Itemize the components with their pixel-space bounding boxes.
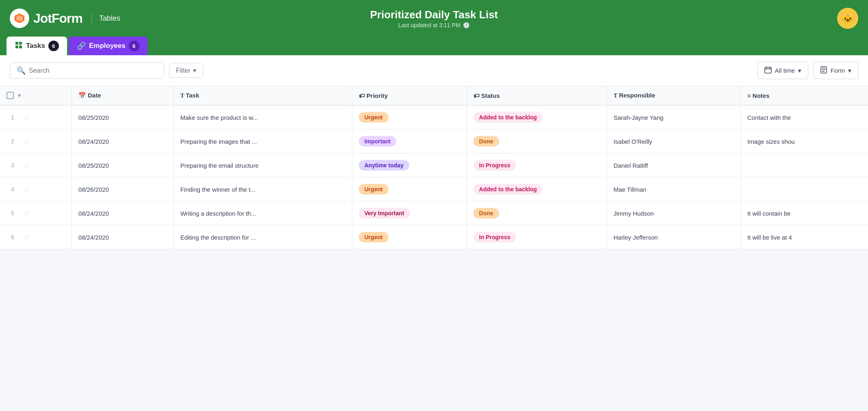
svg-rect-4: [19, 45, 22, 48]
cell-responsible-2[interactable]: Daniel Ratliff: [607, 154, 740, 177]
responsible-col-icon: T: [614, 92, 619, 99]
table-row: 2 ☆ 08/24/2020 Preparing the images that…: [0, 130, 868, 154]
status-badge-0: Added to the backlog: [473, 112, 542, 123]
alltime-chevron: ▾: [798, 67, 801, 74]
cell-task-0[interactable]: Make sure the product is w...: [174, 105, 352, 130]
jotform-logo-icon: [10, 9, 29, 28]
header-checkbox[interactable]: [7, 92, 14, 99]
cell-date-3[interactable]: 08/26/2020: [72, 177, 174, 201]
cell-priority-0[interactable]: Urgent: [352, 105, 467, 130]
th-checkbox: ▾: [0, 86, 72, 105]
filter-button[interactable]: Filter ▾: [169, 63, 203, 78]
page-title: Prioritized Daily Task List: [370, 9, 498, 21]
cell-date-0[interactable]: 08/25/2020: [72, 105, 174, 130]
cell-status-0[interactable]: Added to the backlog: [467, 105, 607, 130]
cell-notes-1[interactable]: Image sizes shou: [740, 130, 868, 154]
status-badge-2: In Progress: [473, 160, 516, 171]
th-priority: 🏷 Priority: [352, 86, 467, 105]
cell-task-5[interactable]: Editing the description for ...: [174, 225, 352, 249]
cell-status-4[interactable]: Done: [467, 201, 607, 225]
tab-employees-icon: 🔗: [77, 41, 86, 50]
search-icon: 🔍: [17, 66, 26, 75]
alltime-label: All time: [775, 67, 795, 74]
cell-checkbox-4: 5 ☆: [0, 201, 72, 225]
cell-date-2[interactable]: 08/25/2020: [72, 154, 174, 177]
star-icon-0[interactable]: ☆: [24, 113, 30, 122]
cell-notes-4[interactable]: It will contain be: [740, 201, 868, 225]
cell-date-5[interactable]: 08/24/2020: [72, 225, 174, 249]
cell-notes-0[interactable]: Contact with the: [740, 105, 868, 130]
cell-responsible-5[interactable]: Harley Jefferson: [607, 225, 740, 249]
star-icon-1[interactable]: ☆: [24, 137, 30, 146]
tab-tasks-icon: [15, 41, 23, 51]
priority-badge-2: Anytime today: [359, 160, 409, 171]
cell-date-1[interactable]: 08/24/2020: [72, 130, 174, 154]
svg-rect-1: [15, 42, 18, 45]
th-task: T Task: [174, 86, 352, 105]
header-center: Prioritized Daily Task List Last updated…: [370, 9, 498, 28]
cell-priority-5[interactable]: Urgent: [352, 225, 467, 249]
status-col-label: Status: [481, 92, 500, 99]
form-dropdown[interactable]: Form ▾: [813, 62, 858, 79]
cell-notes-5[interactable]: It will be live at 4: [740, 225, 868, 249]
responsible-col-label: Responsible: [619, 92, 655, 99]
tab-employees[interactable]: 🔗 Employees 6: [69, 37, 148, 55]
cell-task-2[interactable]: Preparing the email structure: [174, 154, 352, 177]
star-icon-2[interactable]: ☆: [24, 161, 30, 170]
header-chevron[interactable]: ▾: [18, 92, 21, 99]
cell-task-4[interactable]: Writing a description for th...: [174, 201, 352, 225]
tab-tasks-label: Tasks: [26, 42, 45, 50]
cell-status-1[interactable]: Done: [467, 130, 607, 154]
date-col-icon: 📅: [78, 92, 88, 99]
status-badge-4: Done: [473, 208, 499, 218]
priority-badge-3: Urgent: [359, 184, 388, 195]
cell-task-1[interactable]: Preparing the images that ...: [174, 130, 352, 154]
priority-col-icon: 🏷: [359, 92, 367, 99]
cell-status-2[interactable]: In Progress: [467, 154, 607, 177]
tab-tasks[interactable]: Tasks 6: [7, 37, 67, 55]
star-icon-4[interactable]: ☆: [24, 209, 30, 218]
tab-employees-badge: 6: [129, 41, 139, 51]
row-number-4: 5: [7, 210, 19, 216]
date-col-label: Date: [88, 92, 101, 99]
cell-responsible-1[interactable]: Isabel O'Reilly: [607, 130, 740, 154]
cell-task-3[interactable]: Finding the winner of the t...: [174, 177, 352, 201]
cell-priority-3[interactable]: Urgent: [352, 177, 467, 201]
search-box[interactable]: 🔍: [10, 63, 164, 79]
cell-responsible-3[interactable]: Mae Tillman: [607, 177, 740, 201]
alltime-dropdown[interactable]: All time ▾: [757, 62, 808, 79]
svg-rect-3: [15, 45, 18, 48]
tab-tasks-badge: 6: [48, 41, 59, 51]
logo-text: JotForm: [33, 11, 82, 26]
subtitle-text: Last updated at 3:11 PM: [398, 22, 460, 28]
cell-status-3[interactable]: Added to the backlog: [467, 177, 607, 201]
avatar[interactable]: 🐱: [837, 8, 858, 29]
cell-priority-4[interactable]: Very Important: [352, 201, 467, 225]
priority-badge-5: Urgent: [359, 232, 388, 242]
status-badge-3: Added to the backlog: [473, 184, 542, 195]
cell-date-4[interactable]: 08/24/2020: [72, 201, 174, 225]
cell-notes-2[interactable]: [740, 154, 868, 177]
cell-notes-3[interactable]: [740, 177, 868, 201]
cell-priority-2[interactable]: Anytime today: [352, 154, 467, 177]
cell-responsible-4[interactable]: Jimmy Hudson: [607, 201, 740, 225]
cell-responsible-0[interactable]: Sarah-Jayne Yang: [607, 105, 740, 130]
star-icon-3[interactable]: ☆: [24, 185, 30, 194]
status-badge-5: In Progress: [473, 232, 516, 242]
form-icon: [820, 66, 827, 75]
svg-rect-5: [765, 67, 771, 73]
priority-badge-0: Urgent: [359, 112, 388, 123]
svg-rect-2: [19, 42, 22, 45]
filter-label: Filter: [176, 67, 191, 74]
table-row: 1 ☆ 08/25/2020 Make sure the product is …: [0, 105, 868, 130]
main-table: ▾ 📅 Date T Task 🏷 Priority 🏷 S: [0, 86, 868, 249]
row-number-0: 1: [7, 114, 19, 121]
table-row: 5 ☆ 08/24/2020 Writing a description for…: [0, 201, 868, 225]
cell-checkbox-0: 1 ☆: [0, 105, 72, 130]
tab-employees-label: Employees: [89, 42, 126, 50]
star-icon-5[interactable]: ☆: [24, 233, 30, 242]
cell-priority-1[interactable]: Important: [352, 130, 467, 154]
cell-status-5[interactable]: In Progress: [467, 225, 607, 249]
row-number-2: 3: [7, 162, 19, 169]
search-input[interactable]: [29, 67, 157, 74]
